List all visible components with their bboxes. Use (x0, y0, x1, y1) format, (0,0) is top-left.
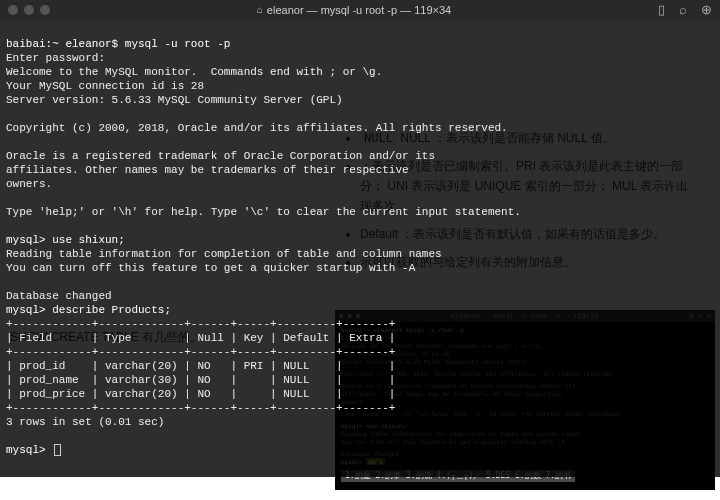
shell-prompt: baibai:~ eleanor$ mysql -u root -p (6, 38, 230, 50)
terminal-output-line: 3 rows in set (0.01 sec) (6, 416, 164, 428)
table-header: | Field | Type | Null | Key | Default | … (6, 332, 395, 344)
terminal-body[interactable]: baibai:~ eleanor$ mysql -u root -p Enter… (0, 20, 720, 477)
mysql-prompt: mysql> use shixun; (6, 234, 125, 246)
terminal-output-line: Reading table information for completion… (6, 248, 442, 260)
home-icon: ⌂ (257, 3, 263, 17)
new-tab-icon[interactable]: ⊕ (701, 3, 712, 17)
table-separator: +------------+-------------+------+-----… (6, 318, 395, 330)
window-controls[interactable] (8, 5, 50, 15)
window-title: ⌂ eleanor — mysql -u root -p — 119×34 (50, 3, 658, 17)
terminal-output-line: owners. (6, 178, 52, 190)
titlebar[interactable]: ⌂ eleanor — mysql -u root -p — 119×34 ▯ … (0, 0, 720, 20)
mysql-prompt: mysql> (6, 444, 52, 456)
minimize-icon[interactable] (24, 5, 34, 15)
terminal-output-line: Database changed (6, 290, 112, 302)
mysql-prompt: mysql> describe Products; (6, 304, 171, 316)
terminal-output-line: affiliates. Other names may be trademark… (6, 164, 409, 176)
terminal-output-line: Welcome to the MySQL monitor. Commands e… (6, 66, 382, 78)
terminal-output-line: Your MySQL connection id is 28 (6, 80, 204, 92)
terminal-window: ⌂ eleanor — mysql -u root -p — 119×34 ▯ … (0, 0, 720, 477)
cursor-icon (54, 444, 61, 456)
zoom-icon[interactable] (40, 5, 50, 15)
table-row: | prod_id | varchar(20) | NO | PRI | NUL… (6, 360, 395, 372)
table-row: | prod_price | varchar(20) | NO | | NULL… (6, 388, 395, 400)
table-separator: +------------+-------------+------+-----… (6, 346, 395, 358)
panes-icon[interactable]: ▯ (658, 3, 665, 17)
search-icon[interactable]: ⌕ (679, 3, 687, 17)
terminal-output-line: Type 'help;' or '\h' for help. Type '\c'… (6, 206, 521, 218)
table-separator: +------------+-------------+------+-----… (6, 402, 395, 414)
terminal-output-line: Copyright (c) 2000, 2018, Oracle and/or … (6, 122, 508, 134)
terminal-output-line: Server version: 5.6.33 MySQL Community S… (6, 94, 343, 106)
terminal-output-line: You can turn off this feature to get a q… (6, 262, 415, 274)
close-icon[interactable] (8, 5, 18, 15)
terminal-output-line: Oracle is a registered trademark of Orac… (6, 150, 435, 162)
terminal-output-line: Enter password: (6, 52, 105, 64)
table-row: | prod_name | varchar(30) | NO | | NULL … (6, 374, 395, 386)
